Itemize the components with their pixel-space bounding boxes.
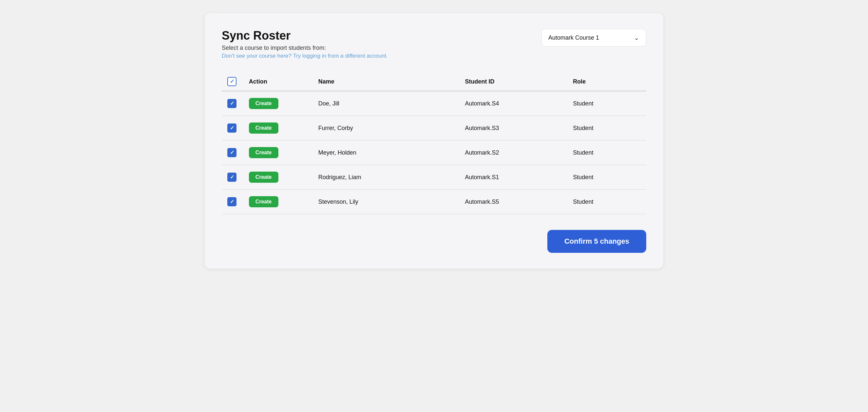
row-checkbox-2[interactable]: ✓ xyxy=(227,148,237,157)
table-row: ✓ CreateDoe, JillAutomark.S4Student xyxy=(222,91,646,116)
row-role-cell: Student xyxy=(569,116,646,140)
checkmark-icon: ✓ xyxy=(230,125,234,131)
role-column-header: Role xyxy=(569,72,646,91)
sync-roster-panel: Sync Roster Select a course to import st… xyxy=(205,13,663,268)
course-selected-label: Automark Course 1 xyxy=(548,34,599,41)
course-dropdown[interactable]: Automark Course 1 ⌄ xyxy=(541,29,646,46)
row-checkbox-cell: ✓ xyxy=(222,190,245,214)
row-checkbox-cell: ✓ xyxy=(222,165,245,190)
row-studentid-cell: Automark.S2 xyxy=(461,140,569,165)
table-row: ✓ CreateFurrer, CorbyAutomark.S3Student xyxy=(222,116,646,140)
row-checkbox-4[interactable]: ✓ xyxy=(227,197,237,206)
page-title: Sync Roster xyxy=(222,29,388,42)
action-badge: Create xyxy=(249,123,278,134)
table-row: ✓ CreateRodriguez, LiamAutomark.S1Studen… xyxy=(222,165,646,190)
row-checkbox-cell: ✓ xyxy=(222,116,245,140)
checkmark-icon: ✓ xyxy=(230,175,234,180)
page-subtitle: Select a course to import students from: xyxy=(222,44,388,52)
row-checkbox-0[interactable]: ✓ xyxy=(227,99,237,108)
name-column-header: Name xyxy=(314,72,461,91)
row-studentid-cell: Automark.S1 xyxy=(461,165,569,190)
row-role-cell: Student xyxy=(569,165,646,190)
checkmark-icon: ✓ xyxy=(230,79,234,84)
row-studentid-cell: Automark.S3 xyxy=(461,116,569,140)
row-action-cell: Create xyxy=(245,116,314,140)
header-left: Sync Roster Select a course to import st… xyxy=(222,29,388,59)
row-name-cell: Stevenson, Lily xyxy=(314,190,461,214)
row-checkbox-cell: ✓ xyxy=(222,140,245,165)
page-hint: Don't see your course here? Try logging … xyxy=(222,53,388,59)
row-role-cell: Student xyxy=(569,190,646,214)
page-header: Sync Roster Select a course to import st… xyxy=(222,29,646,59)
table-row: ✓ CreateStevenson, LilyAutomark.S5Studen… xyxy=(222,190,646,214)
row-name-cell: Meyer, Holden xyxy=(314,140,461,165)
table-body: ✓ CreateDoe, JillAutomark.S4Student ✓ Cr… xyxy=(222,91,646,214)
studentid-column-header: Student ID xyxy=(461,72,569,91)
checkmark-icon: ✓ xyxy=(230,101,234,106)
confirm-changes-button[interactable]: Confirm 5 changes xyxy=(547,230,646,253)
action-badge: Create xyxy=(249,147,278,158)
row-role-cell: Student xyxy=(569,91,646,116)
action-badge: Create xyxy=(249,98,278,109)
table-header-row: ✓ Action Name Student ID Role xyxy=(222,72,646,91)
row-action-cell: Create xyxy=(245,165,314,190)
row-studentid-cell: Automark.S4 xyxy=(461,91,569,116)
row-name-cell: Furrer, Corby xyxy=(314,116,461,140)
row-checkbox-1[interactable]: ✓ xyxy=(227,124,237,133)
row-action-cell: Create xyxy=(245,91,314,116)
select-all-header: ✓ xyxy=(222,72,245,91)
row-studentid-cell: Automark.S5 xyxy=(461,190,569,214)
row-action-cell: Create xyxy=(245,190,314,214)
checkmark-icon: ✓ xyxy=(230,199,234,204)
row-checkbox-cell: ✓ xyxy=(222,91,245,116)
roster-table: ✓ Action Name Student ID Role xyxy=(222,72,646,214)
row-checkbox-3[interactable]: ✓ xyxy=(227,172,237,182)
select-all-checkbox[interactable]: ✓ xyxy=(227,77,237,86)
checkmark-icon: ✓ xyxy=(230,150,234,155)
action-badge: Create xyxy=(249,171,278,183)
row-name-cell: Rodriguez, Liam xyxy=(314,165,461,190)
chevron-down-icon: ⌄ xyxy=(634,34,639,41)
row-name-cell: Doe, Jill xyxy=(314,91,461,116)
row-role-cell: Student xyxy=(569,140,646,165)
action-column-header: Action xyxy=(245,72,314,91)
row-action-cell: Create xyxy=(245,140,314,165)
action-badge: Create xyxy=(249,196,278,207)
table-row: ✓ CreateMeyer, HoldenAutomark.S2Student xyxy=(222,140,646,165)
